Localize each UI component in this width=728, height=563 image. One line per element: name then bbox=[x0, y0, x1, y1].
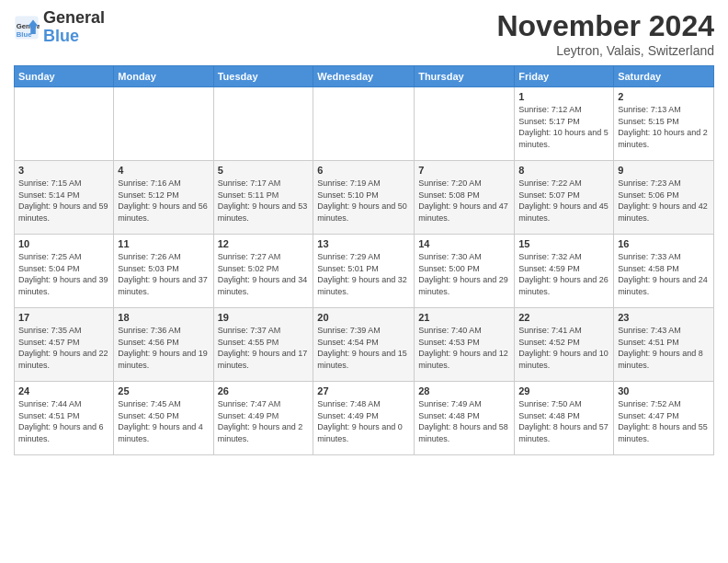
calendar-cell-5-6: 29Sunrise: 7:50 AM Sunset: 4:48 PM Dayli… bbox=[515, 382, 614, 455]
calendar-cell-1-6: 1Sunrise: 7:12 AM Sunset: 5:17 PM Daylig… bbox=[515, 87, 614, 161]
day-info: Sunrise: 7:49 AM Sunset: 4:48 PM Dayligh… bbox=[418, 398, 510, 444]
day-info: Sunrise: 7:13 AM Sunset: 5:15 PM Dayligh… bbox=[618, 104, 710, 150]
calendar-cell-3-1: 10Sunrise: 7:25 AM Sunset: 5:04 PM Dayli… bbox=[15, 235, 114, 308]
day-number: 26 bbox=[218, 385, 310, 396]
calendar-cell-2-5: 7Sunrise: 7:20 AM Sunset: 5:08 PM Daylig… bbox=[415, 161, 515, 235]
day-info: Sunrise: 7:52 AM Sunset: 4:47 PM Dayligh… bbox=[618, 398, 710, 444]
day-info: Sunrise: 7:17 AM Sunset: 5:11 PM Dayligh… bbox=[218, 178, 310, 224]
day-info: Sunrise: 7:39 AM Sunset: 4:54 PM Dayligh… bbox=[317, 325, 410, 371]
calendar-cell-1-5 bbox=[415, 87, 515, 161]
calendar-cell-3-2: 11Sunrise: 7:26 AM Sunset: 5:03 PM Dayli… bbox=[114, 235, 213, 308]
calendar-cell-5-2: 25Sunrise: 7:45 AM Sunset: 4:50 PM Dayli… bbox=[114, 382, 213, 455]
calendar-cell-3-4: 13Sunrise: 7:29 AM Sunset: 5:01 PM Dayli… bbox=[313, 235, 415, 308]
day-info: Sunrise: 7:45 AM Sunset: 4:50 PM Dayligh… bbox=[118, 398, 209, 444]
calendar-cell-4-5: 21Sunrise: 7:40 AM Sunset: 4:53 PM Dayli… bbox=[415, 308, 515, 382]
day-number: 8 bbox=[518, 165, 609, 176]
day-number: 3 bbox=[18, 165, 109, 176]
day-info: Sunrise: 7:44 AM Sunset: 4:51 PM Dayligh… bbox=[18, 398, 109, 444]
svg-text:Blue: Blue bbox=[17, 30, 32, 39]
day-info: Sunrise: 7:27 AM Sunset: 5:02 PM Dayligh… bbox=[218, 251, 310, 297]
column-header-wednesday: Wednesday bbox=[313, 66, 415, 87]
calendar-cell-5-4: 27Sunrise: 7:48 AM Sunset: 4:49 PM Dayli… bbox=[313, 382, 415, 455]
location: Leytron, Valais, Switzerland bbox=[496, 43, 714, 58]
day-number: 17 bbox=[18, 312, 109, 323]
logo-icon: General Blue bbox=[14, 15, 40, 40]
calendar-cell-1-3 bbox=[213, 87, 313, 161]
day-info: Sunrise: 7:26 AM Sunset: 5:03 PM Dayligh… bbox=[118, 251, 209, 297]
day-info: Sunrise: 7:37 AM Sunset: 4:55 PM Dayligh… bbox=[218, 325, 310, 371]
day-number: 23 bbox=[618, 312, 710, 323]
day-number: 30 bbox=[618, 385, 710, 396]
calendar-cell-5-5: 28Sunrise: 7:49 AM Sunset: 4:48 PM Dayli… bbox=[415, 382, 515, 455]
header: General Blue GeneralBlue November 2024 L… bbox=[14, 9, 714, 58]
calendar-header-row: SundayMondayTuesdayWednesdayThursdayFrid… bbox=[15, 66, 714, 87]
day-info: Sunrise: 7:41 AM Sunset: 4:52 PM Dayligh… bbox=[518, 325, 609, 371]
day-number: 20 bbox=[317, 312, 410, 323]
day-number: 11 bbox=[118, 238, 209, 249]
calendar-cell-4-6: 22Sunrise: 7:41 AM Sunset: 4:52 PM Dayli… bbox=[515, 308, 614, 382]
day-info: Sunrise: 7:47 AM Sunset: 4:49 PM Dayligh… bbox=[218, 398, 310, 444]
calendar-week-2: 3Sunrise: 7:15 AM Sunset: 5:14 PM Daylig… bbox=[15, 161, 714, 235]
day-info: Sunrise: 7:12 AM Sunset: 5:17 PM Dayligh… bbox=[518, 104, 609, 150]
day-info: Sunrise: 7:33 AM Sunset: 4:58 PM Dayligh… bbox=[618, 251, 710, 297]
day-info: Sunrise: 7:30 AM Sunset: 5:00 PM Dayligh… bbox=[418, 251, 510, 297]
calendar-cell-1-1 bbox=[15, 87, 114, 161]
day-info: Sunrise: 7:23 AM Sunset: 5:06 PM Dayligh… bbox=[618, 178, 710, 224]
day-info: Sunrise: 7:15 AM Sunset: 5:14 PM Dayligh… bbox=[18, 178, 109, 224]
calendar-cell-4-2: 18Sunrise: 7:36 AM Sunset: 4:56 PM Dayli… bbox=[114, 308, 213, 382]
column-header-monday: Monday bbox=[114, 66, 213, 87]
day-info: Sunrise: 7:22 AM Sunset: 5:07 PM Dayligh… bbox=[518, 178, 609, 224]
calendar-week-5: 24Sunrise: 7:44 AM Sunset: 4:51 PM Dayli… bbox=[15, 382, 714, 455]
day-number: 16 bbox=[618, 238, 710, 249]
day-number: 28 bbox=[418, 385, 510, 396]
day-number: 29 bbox=[518, 385, 609, 396]
day-info: Sunrise: 7:20 AM Sunset: 5:08 PM Dayligh… bbox=[418, 178, 510, 224]
day-number: 4 bbox=[118, 165, 209, 176]
day-number: 7 bbox=[418, 165, 510, 176]
calendar-cell-5-7: 30Sunrise: 7:52 AM Sunset: 4:47 PM Dayli… bbox=[614, 382, 714, 455]
day-info: Sunrise: 7:48 AM Sunset: 4:49 PM Dayligh… bbox=[317, 398, 410, 444]
day-number: 6 bbox=[317, 165, 410, 176]
calendar-cell-2-4: 6Sunrise: 7:19 AM Sunset: 5:10 PM Daylig… bbox=[313, 161, 415, 235]
day-number: 10 bbox=[18, 238, 109, 249]
calendar-cell-3-6: 15Sunrise: 7:32 AM Sunset: 4:59 PM Dayli… bbox=[515, 235, 614, 308]
day-number: 14 bbox=[418, 238, 510, 249]
column-header-sunday: Sunday bbox=[15, 66, 114, 87]
page: General Blue GeneralBlue November 2024 L… bbox=[0, 0, 728, 563]
day-info: Sunrise: 7:43 AM Sunset: 4:51 PM Dayligh… bbox=[618, 325, 710, 371]
day-info: Sunrise: 7:40 AM Sunset: 4:53 PM Dayligh… bbox=[418, 325, 510, 371]
calendar-cell-5-3: 26Sunrise: 7:47 AM Sunset: 4:49 PM Dayli… bbox=[213, 382, 313, 455]
calendar-table: SundayMondayTuesdayWednesdayThursdayFrid… bbox=[14, 65, 714, 455]
calendar-cell-5-1: 24Sunrise: 7:44 AM Sunset: 4:51 PM Dayli… bbox=[15, 382, 114, 455]
day-number: 15 bbox=[518, 238, 609, 249]
calendar-cell-4-1: 17Sunrise: 7:35 AM Sunset: 4:57 PM Dayli… bbox=[15, 308, 114, 382]
column-header-saturday: Saturday bbox=[614, 66, 714, 87]
day-info: Sunrise: 7:36 AM Sunset: 4:56 PM Dayligh… bbox=[118, 325, 209, 371]
calendar-cell-4-3: 19Sunrise: 7:37 AM Sunset: 4:55 PM Dayli… bbox=[213, 308, 313, 382]
column-header-friday: Friday bbox=[515, 66, 614, 87]
day-number: 2 bbox=[618, 91, 710, 102]
calendar-cell-1-2 bbox=[114, 87, 213, 161]
calendar-cell-2-1: 3Sunrise: 7:15 AM Sunset: 5:14 PM Daylig… bbox=[15, 161, 114, 235]
calendar-cell-1-7: 2Sunrise: 7:13 AM Sunset: 5:15 PM Daylig… bbox=[614, 87, 714, 161]
calendar-week-1: 1Sunrise: 7:12 AM Sunset: 5:17 PM Daylig… bbox=[15, 87, 714, 161]
calendar-cell-2-3: 5Sunrise: 7:17 AM Sunset: 5:11 PM Daylig… bbox=[213, 161, 313, 235]
calendar-cell-4-4: 20Sunrise: 7:39 AM Sunset: 4:54 PM Dayli… bbox=[313, 308, 415, 382]
calendar-cell-2-2: 4Sunrise: 7:16 AM Sunset: 5:12 PM Daylig… bbox=[114, 161, 213, 235]
day-info: Sunrise: 7:29 AM Sunset: 5:01 PM Dayligh… bbox=[317, 251, 410, 297]
day-number: 1 bbox=[518, 91, 609, 102]
day-number: 9 bbox=[618, 165, 710, 176]
calendar-week-4: 17Sunrise: 7:35 AM Sunset: 4:57 PM Dayli… bbox=[15, 308, 714, 382]
calendar-cell-1-4 bbox=[313, 87, 415, 161]
day-number: 24 bbox=[18, 385, 109, 396]
day-number: 19 bbox=[218, 312, 310, 323]
logo-text: GeneralBlue bbox=[43, 9, 105, 46]
calendar-cell-3-5: 14Sunrise: 7:30 AM Sunset: 5:00 PM Dayli… bbox=[415, 235, 515, 308]
column-header-tuesday: Tuesday bbox=[213, 66, 313, 87]
logo: General Blue GeneralBlue bbox=[14, 9, 105, 46]
calendar-cell-3-7: 16Sunrise: 7:33 AM Sunset: 4:58 PM Dayli… bbox=[614, 235, 714, 308]
day-number: 22 bbox=[518, 312, 609, 323]
day-info: Sunrise: 7:35 AM Sunset: 4:57 PM Dayligh… bbox=[18, 325, 109, 371]
day-info: Sunrise: 7:50 AM Sunset: 4:48 PM Dayligh… bbox=[518, 398, 609, 444]
calendar-cell-4-7: 23Sunrise: 7:43 AM Sunset: 4:51 PM Dayli… bbox=[614, 308, 714, 382]
